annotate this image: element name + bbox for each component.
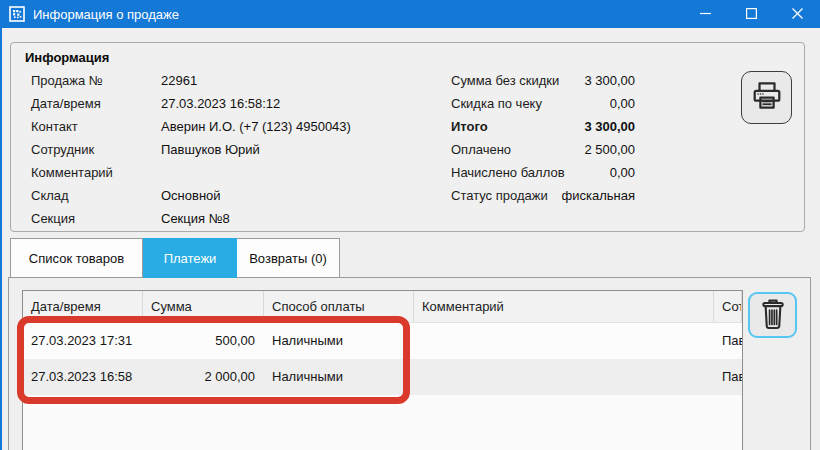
cell-amount: 500,00 xyxy=(143,323,264,359)
field-label: Сотрудник xyxy=(31,138,94,161)
table-header-row: Дата/время Сумма Способ оплаты Комментар… xyxy=(23,291,742,323)
tab-product-list[interactable]: Список товаров xyxy=(10,238,143,278)
close-icon xyxy=(792,7,803,22)
cell-method: Наличными xyxy=(264,323,414,359)
maximize-button[interactable] xyxy=(728,0,774,28)
tab-label: Возвраты (0) xyxy=(249,251,327,266)
app-icon xyxy=(9,6,25,22)
minimize-icon xyxy=(700,7,711,22)
col-header-method[interactable]: Способ оплаты xyxy=(264,291,414,322)
field-value: Павшуков Юрий xyxy=(161,138,260,161)
field-label: Скидка по чеку xyxy=(451,92,542,115)
maximize-icon xyxy=(746,7,757,22)
sale-info-dialog: Информация о продаже Информация xyxy=(0,0,820,450)
field-sale-number: Продажа № 22961 xyxy=(31,69,461,92)
field-label: Секция xyxy=(31,207,75,230)
field-warehouse: Склад Основной xyxy=(31,184,461,207)
field-label: Продажа № xyxy=(31,69,103,92)
close-button[interactable] xyxy=(774,0,820,28)
field-employee: Сотрудник Павшуков Юрий xyxy=(31,138,461,161)
cell-datetime: 27.03.2023 17:31 xyxy=(23,323,143,359)
minimize-button[interactable] xyxy=(682,0,728,28)
field-label: Дата/время xyxy=(31,92,101,115)
tab-label: Платежи xyxy=(164,251,217,266)
field-label: Комментарий xyxy=(31,161,113,184)
payments-panel: Дата/время Сумма Способ оплаты Комментар… xyxy=(8,277,811,450)
field-label: Контакт xyxy=(31,115,78,138)
tab-label: Список товаров xyxy=(29,251,124,266)
field-value: 3 300,00 xyxy=(584,69,635,92)
field-label: Статус продажи xyxy=(451,184,548,207)
field-value: Аверин И.О. (+7 (123) 4950043) xyxy=(161,115,351,138)
field-value: Основной xyxy=(161,184,221,207)
field-contact: Контакт Аверин И.О. (+7 (123) 4950043) xyxy=(31,115,461,138)
cell-employee: Павшуков Юрий xyxy=(714,323,742,359)
tab-strip: Список товаров Платежи Возвраты (0) xyxy=(10,238,340,278)
field-value: 3 300,00 xyxy=(584,115,635,138)
cell-datetime: 27.03.2023 16:58 xyxy=(23,359,143,395)
field-paid: Оплачено 2 500,00 xyxy=(451,138,635,161)
cell-comment xyxy=(414,323,714,359)
print-button[interactable] xyxy=(741,71,792,124)
table-row[interactable]: 27.03.2023 17:31 500,00 Наличными Павшук… xyxy=(23,323,742,359)
field-value: 2 500,00 xyxy=(584,138,635,161)
field-total: Итого 3 300,00 xyxy=(451,115,635,138)
cell-amount: 2 000,00 xyxy=(143,359,264,395)
trash-icon xyxy=(757,297,789,334)
field-value: Секция №8 xyxy=(161,207,230,230)
groupbox-title: Информация xyxy=(25,50,109,65)
window-controls xyxy=(682,0,820,28)
field-label: Склад xyxy=(31,184,69,207)
field-comment: Комментарий xyxy=(31,161,461,184)
field-sum-no-discount: Сумма без скидки 3 300,00 xyxy=(451,69,635,92)
col-header-comment[interactable]: Комментарий xyxy=(414,291,714,322)
field-check-discount: Скидка по чеку 0,00 xyxy=(451,92,635,115)
cell-method: Наличными xyxy=(264,359,414,395)
tab-payments[interactable]: Платежи xyxy=(143,238,237,278)
field-label: Начислено баллов xyxy=(451,161,565,184)
field-label: Оплачено xyxy=(451,138,511,161)
field-section: Секция Секция №8 xyxy=(31,207,461,230)
field-sale-status: Статус продажи фискальная xyxy=(451,184,635,207)
info-groupbox: Информация Продажа № 22961 Дата/время 27… xyxy=(10,42,805,232)
field-points-earned: Начислено баллов 0,00 xyxy=(451,161,635,184)
col-header-employee[interactable]: Сотрудник xyxy=(714,291,742,322)
payments-table: Дата/время Сумма Способ оплаты Комментар… xyxy=(22,290,743,450)
tab-returns[interactable]: Возвраты (0) xyxy=(237,238,340,278)
cell-comment xyxy=(414,359,714,395)
field-value: 0,00 xyxy=(610,92,635,115)
title-bar: Информация о продаже xyxy=(0,0,820,28)
field-label: Сумма без скидки xyxy=(451,69,559,92)
window-left-border xyxy=(0,28,2,450)
field-value: 0,00 xyxy=(610,161,635,184)
field-value: фискальная xyxy=(562,184,635,207)
field-label: Итого xyxy=(451,115,488,138)
window-title: Информация о продаже xyxy=(33,7,179,22)
field-datetime: Дата/время 27.03.2023 16:58:12 xyxy=(31,92,461,115)
printer-icon xyxy=(749,78,785,117)
field-value: 27.03.2023 16:58:12 xyxy=(161,92,280,115)
field-value: 22961 xyxy=(161,69,197,92)
col-header-amount[interactable]: Сумма xyxy=(143,291,264,322)
col-header-datetime[interactable]: Дата/время xyxy=(23,291,143,322)
delete-payment-button[interactable] xyxy=(748,292,797,338)
table-row[interactable]: 27.03.2023 16:58 2 000,00 Наличными Павш… xyxy=(23,359,742,395)
cell-employee: Павшуков Юрий xyxy=(714,359,742,395)
